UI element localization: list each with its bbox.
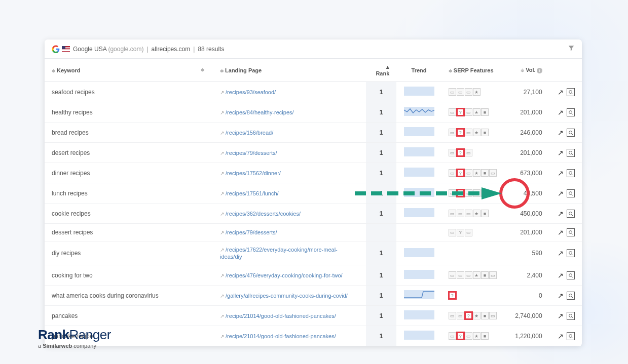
serp-feature-icon[interactable]: ▭ xyxy=(449,332,456,340)
serp-feature-icon[interactable]: ? xyxy=(457,169,464,177)
col-keyword[interactable]: ≑Keyword ≑ xyxy=(45,59,213,82)
serp-feature-icon[interactable]: ▭ xyxy=(465,210,472,217)
preview-icon[interactable] xyxy=(567,332,575,340)
expand-icon[interactable]: ↗ xyxy=(557,271,565,279)
table-row[interactable]: desert recipes↗/recipes/79/desserts/1▭?▭… xyxy=(45,143,582,163)
landing-cell[interactable]: ↗/gallery/allrecipes-community-cooks-dur… xyxy=(213,286,366,306)
info-icon[interactable]: i xyxy=(537,68,542,73)
serp-feature-icon[interactable]: ? xyxy=(457,189,464,197)
serp-feature-icon[interactable]: ▭ xyxy=(449,229,456,236)
expand-icon[interactable]: ↗ xyxy=(557,210,565,218)
preview-icon[interactable] xyxy=(567,292,575,300)
table-row[interactable]: healthy recipes↗/recipes/84/healthy-reci… xyxy=(45,102,582,123)
serp-feature-icon[interactable]: ★ xyxy=(473,210,481,217)
table-row[interactable]: cooking for two↗/recipes/476/everyday-co… xyxy=(45,265,582,286)
serp-feature-icon[interactable]: ? xyxy=(457,149,464,156)
landing-cell[interactable]: ↗/recipes/79/desserts/ xyxy=(213,224,366,241)
serp-feature-icon[interactable]: ■ xyxy=(481,210,489,217)
serp-feature-icon[interactable]: ? xyxy=(457,229,464,236)
col-trend[interactable]: Trend xyxy=(396,59,441,82)
serp-feature-icon[interactable]: ? xyxy=(457,108,464,116)
serp-feature-icon[interactable]: ▭ xyxy=(465,332,472,340)
serp-feature-icon[interactable]: ★ xyxy=(473,88,481,96)
serp-feature-icon[interactable]: ▭ xyxy=(489,271,497,279)
preview-icon[interactable] xyxy=(567,88,575,96)
landing-cell[interactable]: ↗/recipes/476/everyday-cooking/cooking-f… xyxy=(213,265,366,286)
serp-feature-icon[interactable]: ▭ xyxy=(449,108,456,116)
preview-icon[interactable] xyxy=(567,312,575,320)
serp-feature-icon[interactable]: ★ xyxy=(473,129,481,136)
serp-feature-icon[interactable]: ■ xyxy=(481,312,489,319)
serp-feature-icon[interactable]: ▭ xyxy=(449,129,456,136)
landing-cell[interactable]: ↗/recipes/17561/lunch/ xyxy=(213,183,366,204)
preview-icon[interactable] xyxy=(567,189,575,197)
landing-cell[interactable]: ↗/recipes/362/desserts/cookies/ xyxy=(213,204,366,224)
landing-cell[interactable]: ↗/recipes/156/bread/ xyxy=(213,123,366,143)
serp-feature-icon[interactable]: ▭ xyxy=(449,169,456,177)
serp-feature-icon[interactable]: ▭ xyxy=(465,189,472,197)
expand-icon[interactable]: ↗ xyxy=(557,228,565,236)
expand-icon[interactable]: ↗ xyxy=(557,292,565,300)
col-rank[interactable]: ▴ Rank xyxy=(366,59,396,82)
serp-feature-icon[interactable]: ? xyxy=(457,129,464,136)
expand-icon[interactable]: ↗ xyxy=(557,189,565,197)
preview-icon[interactable] xyxy=(567,271,575,279)
landing-cell[interactable]: ↗/recipes/84/healthy-recipes/ xyxy=(213,102,366,123)
landing-cell[interactable]: ↗/recipes/17622/everyday-cooking/more-me… xyxy=(213,241,366,265)
expand-icon[interactable]: ↗ xyxy=(557,108,565,116)
col-landing[interactable]: ≑Landing Page xyxy=(213,59,366,82)
serp-feature-icon[interactable]: ▭ xyxy=(449,271,456,279)
serp-feature-icon[interactable]: ▭ xyxy=(465,229,472,236)
serp-feature-icon[interactable]: ▭ xyxy=(449,88,456,96)
serp-feature-icon[interactable]: ★ xyxy=(473,332,481,340)
serp-feature-icon[interactable]: ▭ xyxy=(449,210,456,217)
col-serp[interactable]: ≑SERP Features xyxy=(441,59,508,82)
table-row[interactable]: dinner recipes↗/recipes/17562/dinner/1▭?… xyxy=(45,163,582,183)
serp-feature-icon[interactable]: ? xyxy=(465,312,472,319)
expand-icon[interactable]: ↗ xyxy=(557,149,565,157)
table-row[interactable]: cookie recipes↗/recipes/362/desserts/coo… xyxy=(45,204,582,224)
serp-feature-icon[interactable]: ★ xyxy=(473,108,481,116)
serp-feature-icon[interactable]: ▭ xyxy=(457,210,464,217)
table-row[interactable]: seafood recipes↗/recipes/93/seafood/1▭▭▭… xyxy=(45,82,582,102)
preview-icon[interactable] xyxy=(567,228,575,236)
serp-feature-icon[interactable]: ★ xyxy=(473,169,481,177)
serp-feature-icon[interactable]: ★ xyxy=(473,189,481,197)
landing-cell[interactable]: ↗/recipe/21014/good-old-fashioned-pancak… xyxy=(213,326,366,346)
serp-feature-icon[interactable]: ■ xyxy=(481,189,489,197)
serp-feature-icon[interactable]: ▭ xyxy=(449,189,456,197)
serp-feature-icon[interactable]: ▭ xyxy=(465,129,472,136)
serp-feature-icon[interactable]: ■ xyxy=(481,271,489,279)
serp-feature-icon[interactable]: ▭ xyxy=(449,149,456,156)
serp-feature-icon[interactable]: ★ xyxy=(473,271,481,279)
expand-icon[interactable]: ↗ xyxy=(557,312,565,320)
serp-feature-icon[interactable]: ▭ xyxy=(465,149,472,156)
serp-feature-icon[interactable]: ▭ xyxy=(465,88,472,96)
table-row[interactable]: what america cooks during coronavirius↗/… xyxy=(45,286,582,306)
table-row[interactable]: pancake recipe↗/recipe/21014/good-old-fa… xyxy=(45,326,582,346)
serp-feature-icon[interactable]: ▭ xyxy=(489,169,497,177)
table-row[interactable]: dessert recipes↗/recipes/79/desserts/▭?▭… xyxy=(45,224,582,241)
landing-cell[interactable]: ↗/recipes/17562/dinner/ xyxy=(213,163,366,183)
landing-cell[interactable]: ↗/recipes/93/seafood/ xyxy=(213,82,366,102)
col-vol[interactable]: ≑Vol.i xyxy=(508,59,549,82)
preview-icon[interactable] xyxy=(567,169,575,177)
serp-feature-icon[interactable]: ? xyxy=(457,332,464,340)
serp-feature-icon[interactable]: ★ xyxy=(473,312,481,319)
expand-icon[interactable]: ↗ xyxy=(557,129,565,137)
serp-feature-icon[interactable]: ▭ xyxy=(457,271,464,279)
serp-feature-icon[interactable]: ▭ xyxy=(465,108,472,116)
table-row[interactable]: lunch recipes↗/recipes/17561/lunch/1▭?▭★… xyxy=(45,183,582,204)
serp-feature-icon[interactable]: ▭ xyxy=(457,312,464,319)
landing-cell[interactable]: ↗/recipes/79/desserts/ xyxy=(213,143,366,163)
serp-feature-icon[interactable]: ▭ xyxy=(465,271,472,279)
serp-feature-icon[interactable]: ■ xyxy=(481,108,489,116)
preview-icon[interactable] xyxy=(567,149,575,157)
table-row[interactable]: bread recipes↗/recipes/156/bread/1▭?▭★■2… xyxy=(45,123,582,143)
landing-cell[interactable]: ↗/recipe/21014/good-old-fashioned-pancak… xyxy=(213,306,366,326)
table-row[interactable]: diy recipes↗/recipes/17622/everyday-cook… xyxy=(45,241,582,265)
serp-feature-icon[interactable]: ■ xyxy=(481,169,489,177)
expand-icon[interactable]: ↗ xyxy=(557,332,565,340)
expand-icon[interactable]: ↗ xyxy=(557,169,565,177)
serp-feature-icon[interactable]: ■ xyxy=(481,332,489,340)
